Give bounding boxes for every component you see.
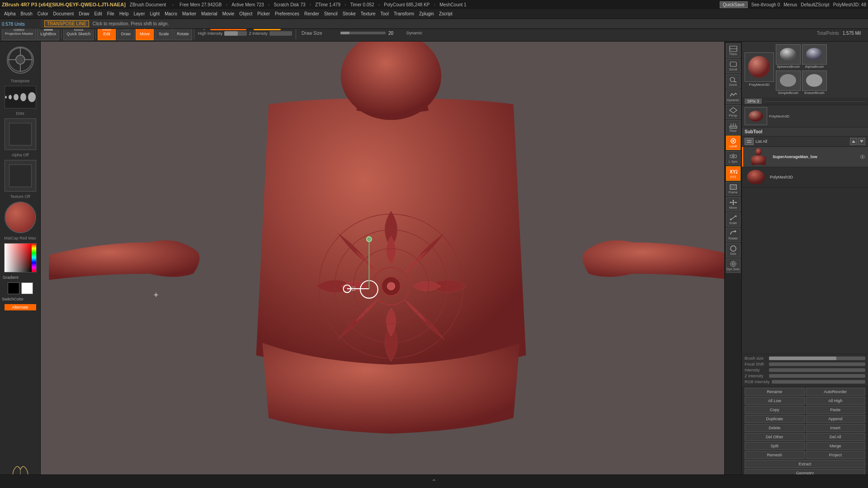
rt-lsym[interactable]: L.Sym — [726, 151, 741, 165]
dynamic-label[interactable]: Dynamic — [406, 31, 422, 35]
see-through-label: See-through 0 — [751, 2, 780, 7]
focal-shift-slider-right[interactable] — [769, 362, 865, 366]
list-all-label[interactable]: List All — [755, 139, 767, 144]
color-sv-area[interactable] — [5, 244, 32, 272]
polymesh-preview[interactable]: PolyMesh3D — [745, 52, 774, 87]
polymesh-small-preview[interactable] — [745, 107, 767, 125]
menu-stroke[interactable]: Stroke — [340, 10, 358, 17]
subtool-down-button[interactable] — [858, 138, 865, 145]
color-picker[interactable] — [4, 243, 37, 272]
rt-frame[interactable]: Frame — [726, 182, 741, 196]
rename-button[interactable]: Rename — [745, 388, 805, 396]
main-canvas[interactable]: + — [41, 42, 741, 474]
project-button[interactable]: Project — [806, 451, 866, 459]
menu-material[interactable]: Material — [199, 10, 220, 17]
simple-brush[interactable]: SimpleBrush — [776, 70, 801, 95]
z-intensity-slider-right[interactable] — [769, 374, 865, 378]
menu-file[interactable]: File — [105, 10, 117, 17]
rt-xyz[interactable]: XYZ XYZ — [726, 166, 741, 181]
high-intensity-slider[interactable] — [224, 31, 247, 36]
subtool-up-button[interactable] — [850, 138, 857, 145]
alpha-box[interactable] — [5, 118, 36, 150]
draw-size-slider[interactable] — [340, 32, 386, 34]
texture-box[interactable] — [5, 160, 36, 192]
menu-render[interactable]: Render — [302, 10, 321, 17]
menu-preferences[interactable]: Preferences — [273, 10, 302, 17]
transform-gizmo[interactable] — [5, 44, 36, 76]
merge-button[interactable]: Merge — [806, 442, 866, 450]
subtool-toggle[interactable] — [745, 138, 754, 145]
color-hue-slider[interactable] — [32, 244, 36, 272]
rt-zoom[interactable]: Zoom — [726, 74, 741, 89]
menus-label[interactable]: Menus — [783, 2, 797, 7]
menu-item-document[interactable]: ZBrush Document — [128, 2, 168, 7]
duplicate-button[interactable]: Duplicate — [745, 415, 805, 423]
intensity-slider-right[interactable] — [769, 368, 865, 372]
rt-dynamic[interactable]: Dynamic — [726, 89, 741, 104]
rt-transpose[interactable]: Trans — [726, 43, 741, 58]
subtool-item-polymesh[interactable]: PolyMesh3D — [742, 167, 868, 188]
swatch-white[interactable] — [21, 282, 33, 294]
rt-floor[interactable]: Floor — [726, 120, 741, 135]
material-preview[interactable] — [5, 202, 36, 233]
default-zscript-label[interactable]: DefaultZScript — [801, 2, 829, 7]
rt-dynamic-solo[interactable]: Dyn.Solo — [726, 258, 741, 273]
rt-rotate[interactable]: Rotate — [726, 228, 741, 242]
menu-movie[interactable]: Movie — [220, 10, 237, 17]
menu-draw[interactable]: Draw — [76, 10, 91, 17]
split-button[interactable]: Split — [745, 442, 805, 450]
transpose-tool-label: Transpose — [10, 79, 29, 83]
paste-button[interactable]: Paste — [806, 406, 866, 414]
quicksave-button[interactable]: QuickSave — [720, 1, 748, 8]
menu-light[interactable]: Light — [147, 10, 162, 17]
menu-layer[interactable]: Layer — [131, 10, 147, 17]
rt-persp[interactable]: Persp — [726, 105, 741, 119]
z-intensity-slider[interactable] — [269, 31, 292, 36]
alternate-button[interactable]: Alternate — [5, 304, 36, 310]
copy-button[interactable]: Copy — [745, 406, 805, 414]
brush-dots[interactable] — [5, 86, 36, 108]
eraser-brush[interactable]: EraserBrush — [802, 70, 827, 95]
menu-edit[interactable]: Edit — [92, 10, 104, 17]
all-low-button[interactable]: All Low — [745, 397, 805, 405]
del-other-button[interactable]: Del Other — [745, 433, 805, 441]
menu-brush[interactable]: Brush — [19, 10, 35, 17]
transpose-label[interactable]: TRANSPOSE LINE — [44, 20, 89, 27]
rt-scale[interactable]: Scale — [726, 212, 741, 227]
menu-stencil[interactable]: Stencil — [322, 10, 340, 17]
sphere-brush[interactable]: SpheresBrush — [776, 44, 801, 69]
brush-size-slider-right[interactable] — [769, 357, 865, 360]
eye-icon[interactable] — [860, 155, 865, 159]
delete-button[interactable]: Delete — [745, 424, 805, 432]
menu-help[interactable]: Help — [117, 10, 131, 17]
auto-reorder-button[interactable]: AutoReorder — [806, 388, 866, 396]
menu-color[interactable]: Color — [35, 10, 51, 17]
subtool-item-superaverage[interactable]: SuperAverageMan_low — [742, 147, 868, 167]
rt-local[interactable]: Local — [726, 136, 741, 150]
alpha-brush[interactable]: AlphaBrush — [802, 44, 827, 69]
menu-picker[interactable]: Picker — [255, 10, 272, 17]
rt-scroll[interactable]: Scroll — [726, 59, 741, 73]
menu-document[interactable]: Document — [51, 10, 76, 17]
menu-marker[interactable]: Marker — [180, 10, 198, 17]
menu-alpha[interactable]: Alpha — [2, 10, 18, 17]
menu-tool[interactable]: Tool — [378, 10, 391, 17]
all-high-button[interactable]: All High — [806, 397, 866, 405]
bottom-chevron[interactable]: ⌃ — [427, 478, 441, 485]
menu-texture[interactable]: Texture — [359, 10, 378, 17]
menu-zplugin[interactable]: Zplugin — [417, 10, 436, 17]
extract-button[interactable]: Extract — [745, 460, 865, 468]
rt-move[interactable]: Move — [726, 197, 741, 211]
append-button[interactable]: Append — [806, 415, 866, 423]
rgb-slider-right[interactable] — [772, 380, 865, 384]
menu-zscript[interactable]: Zscript — [437, 10, 455, 17]
menu-object[interactable]: Object — [237, 10, 255, 17]
rt-solo[interactable]: Solo — [726, 243, 741, 258]
menu-transform[interactable]: Transform — [392, 10, 416, 17]
del-all-button[interactable]: Del All — [806, 433, 866, 441]
insert-button[interactable]: Insert — [806, 424, 866, 432]
canvas-inner[interactable]: + — [41, 42, 741, 474]
menu-macro[interactable]: Macro — [162, 10, 179, 17]
remesh-button[interactable]: Remesh — [745, 451, 805, 459]
swatch-black[interactable] — [8, 282, 19, 294]
